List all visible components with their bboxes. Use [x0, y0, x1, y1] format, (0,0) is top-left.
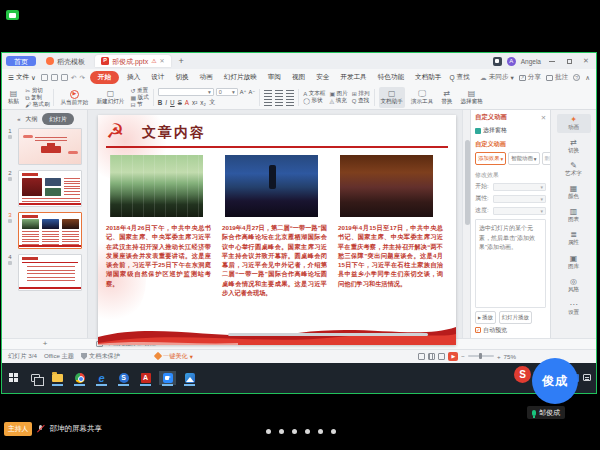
font-size-combo[interactable]: 0▾: [216, 88, 238, 96]
photo-school-visit[interactable]: [340, 155, 433, 217]
menu-tab-transition[interactable]: 切换: [172, 71, 191, 84]
participant-video-tile[interactable]: 俊成: [532, 358, 578, 404]
photos-app-button[interactable]: [181, 371, 198, 385]
underline-button[interactable]: U: [170, 99, 175, 106]
help-icon[interactable]: ?: [573, 74, 580, 81]
minimize-button[interactable]: [546, 56, 558, 66]
layout-button[interactable]: ▦版式: [130, 95, 148, 101]
sidebar-item-style[interactable]: ◎风格: [557, 276, 591, 295]
restore-button[interactable]: [563, 56, 575, 66]
align-center-icon[interactable]: [275, 99, 283, 106]
arrange-button[interactable]: ⊞排列: [352, 91, 370, 97]
sidebar-item-animation[interactable]: ✦动画: [557, 114, 591, 133]
menu-tab-security[interactable]: 安全: [313, 71, 332, 84]
pane-close-icon[interactable]: ✕: [541, 114, 546, 122]
sidebar-item-transition[interactable]: ⇄切换: [557, 137, 591, 156]
decrease-font-button[interactable]: A⁻: [248, 89, 255, 95]
tab-slides[interactable]: 幻灯片: [42, 113, 73, 125]
menu-tab-design[interactable]: 设计: [148, 71, 167, 84]
task-view-button[interactable]: [27, 371, 44, 385]
edge-button[interactable]: e: [93, 371, 110, 385]
replace-button[interactable]: ⇄替换: [439, 87, 454, 108]
reset-button[interactable]: ↺重置: [130, 88, 148, 94]
copy-button[interactable]: ⧉复制: [25, 95, 49, 101]
add-slide-button[interactable]: +: [2, 339, 88, 348]
textbox-button[interactable]: A文本框: [303, 91, 325, 97]
bullet-list-icon[interactable]: [264, 90, 272, 97]
slideshow-button[interactable]: ▶: [448, 352, 458, 361]
format-painter-button[interactable]: 🖌格式刷: [25, 102, 49, 108]
sorter-view-icon[interactable]: [428, 353, 435, 360]
text-tools-button[interactable]: 文: [209, 98, 215, 107]
horizontal-scrollbar[interactable]: [228, 333, 428, 336]
collapse-ribbon-icon[interactable]: ∧: [585, 74, 590, 82]
menu-tab-insert[interactable]: 插入: [124, 71, 143, 84]
zoom-out-icon[interactable]: −: [461, 353, 465, 360]
tab-close-icon[interactable]: ✕: [160, 58, 165, 64]
slide-text-column-2[interactable]: 2019年4月27日，第二届“一带一路”国际合作高峰论坛在北京雁栖湖国际会议中心…: [222, 223, 327, 297]
doc-protection-status[interactable]: 文档未保护: [81, 352, 120, 361]
slide-canvas[interactable]: ☭ 文章内容 2018年4月26日下午，中共中央总书记、国家主席、中央军委主席习…: [88, 110, 462, 338]
search-box[interactable]: Q 查找: [449, 73, 469, 82]
close-button[interactable]: ✕: [580, 56, 592, 66]
file-explorer-button[interactable]: [49, 371, 66, 385]
menu-tab-home[interactable]: 开始: [90, 71, 119, 84]
property-select[interactable]: ▾: [493, 195, 546, 203]
save-icon[interactable]: [41, 74, 48, 81]
comment-button[interactable]: 批注: [546, 73, 568, 82]
menu-tab-review[interactable]: 审阅: [265, 71, 284, 84]
meeting-app-button[interactable]: [159, 371, 176, 385]
selection-pane-link[interactable]: 选择窗格: [475, 126, 546, 135]
zoom-in-icon[interactable]: +: [497, 353, 501, 360]
paste-button[interactable]: ▤粘贴: [6, 87, 21, 108]
beautify-button[interactable]: 一键美化 ▾: [155, 352, 193, 361]
font-family-combo[interactable]: ▾: [158, 88, 214, 96]
italic-button[interactable]: I: [165, 99, 167, 106]
selection-pane-button[interactable]: ▤选择窗格: [458, 87, 484, 108]
cloud-sync-status[interactable]: ☁ 未同步 ▾: [480, 73, 514, 82]
tab-home[interactable]: 首页: [6, 56, 36, 66]
start-select[interactable]: ▾: [493, 183, 546, 191]
add-effect-button[interactable]: 添加效果 ▾: [475, 152, 506, 165]
collapse-panel-icon[interactable]: «: [17, 116, 20, 122]
normal-view-icon[interactable]: [418, 353, 425, 360]
pagination-dot[interactable]: [305, 429, 310, 434]
increase-font-button[interactable]: A⁺: [240, 89, 247, 95]
photo-forum-roundtable[interactable]: [225, 155, 318, 217]
share-button[interactable]: ↗ 分享: [519, 73, 541, 82]
adobe-button[interactable]: A: [137, 371, 154, 385]
subscript-button[interactable]: x₂: [200, 99, 206, 106]
slide-thumbnail-4[interactable]: 4: [4, 254, 87, 291]
output-icon[interactable]: [51, 74, 58, 81]
redo-icon[interactable]: ↷: [79, 74, 84, 82]
new-tab-button[interactable]: +: [175, 56, 188, 66]
tab-outline[interactable]: 大纲: [25, 115, 37, 124]
slide-thumbnail-1[interactable]: 1: [4, 128, 87, 165]
pagination-dot[interactable]: [318, 429, 323, 434]
pagination-dot[interactable]: [266, 429, 271, 434]
print-icon[interactable]: [61, 74, 68, 81]
floating-s-badge[interactable]: S: [514, 366, 531, 383]
cut-button[interactable]: ✂剪切: [25, 88, 49, 94]
photo-exhibition-visit[interactable]: [110, 155, 203, 217]
sidebar-item-color[interactable]: ▦颜色: [557, 183, 591, 202]
play-from-current-button[interactable]: ▶ 从当前开始: [58, 87, 90, 108]
fill-button[interactable]: ◬填充: [329, 98, 347, 104]
tab-document[interactable]: P 邵俊成.pptx ⚠ ✕: [95, 55, 171, 67]
meeting-toolbar-icon[interactable]: [6, 10, 19, 20]
shapes-button[interactable]: ◯形状: [303, 98, 325, 104]
user-avatar[interactable]: A: [507, 57, 516, 66]
menu-tab-features[interactable]: 特色功能: [375, 71, 407, 84]
sidebar-item-chart[interactable]: ▥图表: [557, 206, 591, 225]
line-spacing-icon[interactable]: [286, 99, 294, 106]
pagination-dot[interactable]: [331, 429, 336, 434]
demo-tools-button[interactable]: 🖵演示工具: [409, 87, 435, 108]
action-center-icon[interactable]: [583, 374, 591, 381]
file-menu[interactable]: ☰ 文件 ∨: [8, 73, 36, 82]
browser-s-button[interactable]: S: [115, 371, 132, 385]
start-button[interactable]: [5, 371, 22, 385]
find-button[interactable]: Q查找: [352, 98, 370, 104]
bold-button[interactable]: B: [158, 99, 163, 106]
slide-text-column-1[interactable]: 2018年4月26日下午，中共中央总书记、国家主席、中央军委主席习近平在武汉主持…: [106, 223, 211, 288]
picture-button[interactable]: ▣图片: [329, 91, 347, 97]
